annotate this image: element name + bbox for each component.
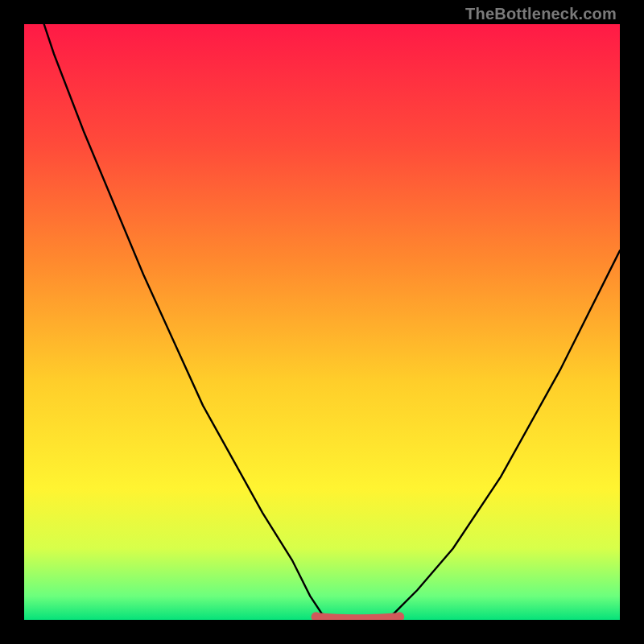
chart-background — [24, 24, 620, 620]
chart-frame — [24, 24, 620, 620]
optimal-zone-marker — [316, 617, 400, 618]
bottleneck-chart — [24, 24, 620, 620]
watermark-text: TheBottleneck.com — [465, 5, 617, 23]
